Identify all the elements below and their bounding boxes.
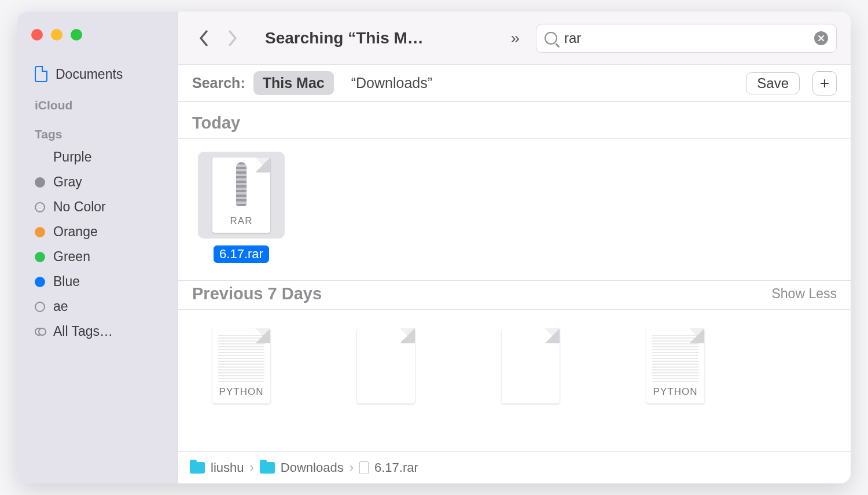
- search-field[interactable]: [536, 24, 837, 53]
- file-type-label: RAR: [230, 215, 253, 233]
- tag-dot-icon: [35, 177, 45, 188]
- scope-this-mac[interactable]: This Mac: [253, 71, 334, 95]
- file-name[interactable]: 6.17.rar: [214, 245, 269, 263]
- sidebar-tag-blue[interactable]: Blue: [17, 269, 178, 294]
- tag-dot-icon: [35, 252, 45, 262]
- section-header-today: Today: [178, 110, 851, 138]
- sidebar-tag-orange[interactable]: Orange: [17, 219, 178, 244]
- folder-icon: [260, 462, 275, 474]
- forward-button[interactable]: [221, 27, 244, 50]
- search-input[interactable]: [564, 30, 807, 46]
- sidebar-tag-label: Green: [53, 249, 90, 265]
- back-button[interactable]: [192, 27, 215, 50]
- sidebar: Documents iCloud Tags Purple Gray No Col…: [17, 12, 178, 483]
- tag-dot-icon: [35, 152, 45, 163]
- finder-window: Documents iCloud Tags Purple Gray No Col…: [17, 12, 851, 483]
- tag-outline-icon: [35, 302, 45, 312]
- toolbar-overflow-button[interactable]: »: [500, 29, 530, 47]
- folder-icon: [190, 462, 205, 474]
- file-item[interactable]: PYTHON: [632, 322, 719, 409]
- sidebar-tag-label: Orange: [53, 224, 98, 240]
- sidebar-tag-label: No Color: [53, 199, 106, 215]
- all-tags-icon: [35, 327, 45, 337]
- file-icon: PYTHON: [198, 322, 285, 409]
- document-icon: [35, 66, 47, 82]
- tag-dot-icon: [35, 227, 45, 237]
- sidebar-tag-label: Blue: [53, 274, 80, 289]
- file-item[interactable]: PYTHON: [198, 322, 285, 409]
- x-icon: [818, 35, 825, 42]
- search-icon: [545, 32, 557, 45]
- path-separator: ›: [249, 460, 253, 475]
- text-lines-icon: [652, 335, 698, 384]
- sidebar-tag-ae[interactable]: ae: [17, 294, 178, 319]
- path-segment[interactable]: Downloads: [281, 460, 344, 475]
- scope-bar: Search: This Mac “Downloads” Save +: [178, 65, 851, 102]
- sidebar-tag-gray[interactable]: Gray: [17, 170, 178, 195]
- window-title: Searching “This M…: [265, 29, 424, 47]
- zipper-icon: [236, 162, 247, 206]
- file-icon: [359, 461, 369, 474]
- scope-label: Search:: [192, 75, 245, 91]
- text-lines-icon: [218, 335, 264, 384]
- file-grid-prev7: PYTHON: [178, 310, 851, 427]
- zoom-window-button[interactable]: [71, 29, 82, 41]
- results-area: Today RAR 6.17.rar Previous 7 Days: [178, 102, 851, 451]
- sidebar-tag-label: ae: [53, 299, 68, 314]
- path-segment[interactable]: liushu: [211, 460, 244, 475]
- close-window-button[interactable]: [31, 29, 43, 41]
- file-icon: PYTHON: [632, 322, 719, 409]
- sidebar-tag-green[interactable]: Green: [17, 244, 178, 269]
- minimize-window-button[interactable]: [51, 29, 62, 41]
- save-search-button[interactable]: Save: [746, 72, 800, 94]
- file-item[interactable]: [343, 322, 429, 409]
- file-icon: RAR: [198, 152, 285, 239]
- file-grid-today: RAR 6.17.rar: [178, 139, 851, 280]
- file-type-label: PYTHON: [219, 386, 264, 404]
- sidebar-item-label: Documents: [56, 67, 123, 82]
- main-area: Searching “This M… » Search: This Mac “D…: [178, 12, 851, 483]
- section-header-prev7: Previous 7 Days Show Less: [178, 281, 851, 309]
- sidebar-heading-icloud: iCloud: [17, 87, 178, 116]
- file-icon: [487, 322, 574, 409]
- file-type-label: PYTHON: [653, 386, 698, 404]
- toolbar: Searching “This M… »: [178, 12, 851, 65]
- section-title: Today: [192, 113, 240, 133]
- section-title: Previous 7 Days: [192, 284, 322, 303]
- file-item[interactable]: RAR 6.17.rar: [198, 152, 285, 263]
- tag-outline-icon: [35, 202, 45, 212]
- sidebar-tag-label: Gray: [53, 174, 82, 190]
- path-separator: ›: [350, 460, 354, 475]
- scope-downloads[interactable]: “Downloads”: [342, 71, 442, 95]
- sidebar-tag-label: Purple: [53, 149, 91, 165]
- show-less-button[interactable]: Show Less: [771, 286, 837, 302]
- traffic-lights: [17, 29, 178, 61]
- sidebar-heading-tags: Tags: [17, 116, 178, 145]
- clear-search-button[interactable]: [814, 31, 828, 45]
- path-segment[interactable]: 6.17.rar: [374, 460, 418, 475]
- add-criteria-button[interactable]: +: [812, 71, 837, 96]
- file-icon: [343, 322, 429, 409]
- path-bar: liushu › Downloads › 6.17.rar: [178, 451, 851, 483]
- chevron-right-icon: [227, 30, 238, 46]
- chevron-left-icon: [198, 30, 209, 46]
- tag-dot-icon: [35, 277, 45, 287]
- sidebar-item-documents[interactable]: Documents: [17, 61, 178, 87]
- file-item[interactable]: [487, 322, 574, 409]
- sidebar-tag-alltags[interactable]: All Tags…: [17, 319, 178, 344]
- sidebar-tag-purple[interactable]: Purple: [17, 145, 178, 170]
- sidebar-tag-label: All Tags…: [53, 324, 113, 339]
- sidebar-tag-nocolor[interactable]: No Color: [17, 195, 178, 219]
